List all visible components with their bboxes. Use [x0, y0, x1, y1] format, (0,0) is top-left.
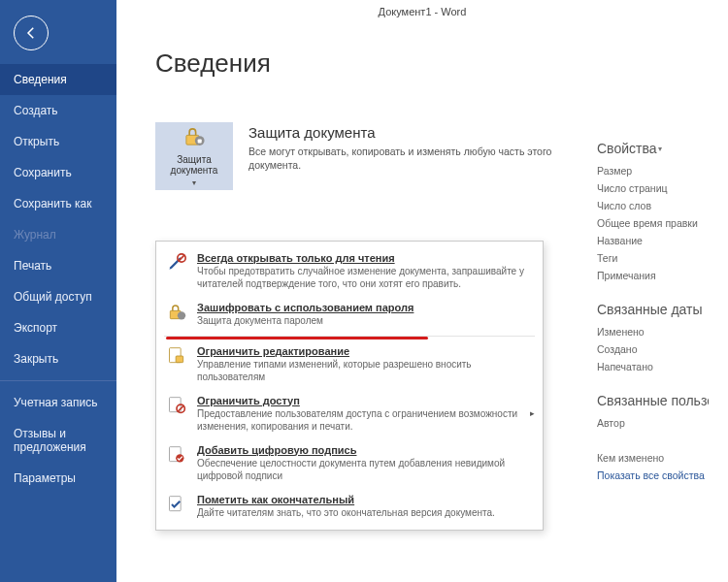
- dropdown-item-desc: Предоставление пользователям доступа с о…: [197, 407, 531, 433]
- related-dates-heading: Связанные даты: [597, 302, 709, 317]
- dropdown-item-signature[interactable]: Добавить цифровую подписьОбеспечение цел…: [156, 438, 543, 488]
- people-item: Автор: [597, 414, 709, 432]
- readonly-icon: [166, 252, 187, 274]
- property-item: Общее время правки: [597, 214, 709, 232]
- chevron-down-icon: ▾: [658, 145, 662, 153]
- dropdown-item-readonly[interactable]: Всегда открывать только для чтенияЧтобы …: [156, 246, 543, 296]
- dates-list: ИзмененоСозданоНапечатано: [597, 323, 709, 375]
- dropdown-item-desc: Дайте читателям знать, что это окончател…: [197, 506, 531, 519]
- main-area: Документ1 - Word Сведения Защита докумен…: [116, 0, 728, 582]
- restrict-access-icon: [166, 395, 187, 416]
- dropdown-item-desc: Управление типами изменений, которые раз…: [197, 358, 531, 383]
- nav-item[interactable]: Экспорт: [0, 312, 116, 343]
- restrict-edit-icon: [166, 345, 187, 367]
- property-item: Размер: [597, 162, 709, 179]
- svg-rect-8: [176, 356, 183, 363]
- dropdown-item-desc: Чтобы предотвратить случайное изменение …: [197, 265, 531, 290]
- arrow-left-icon: [22, 24, 40, 42]
- nav-footer-item[interactable]: Отзывы и предложения: [0, 418, 116, 463]
- properties-list: РазмерЧисло страницЧисло словОбщее время…: [597, 162, 709, 284]
- nav-item[interactable]: Создать: [0, 95, 116, 126]
- nav-item[interactable]: Общий доступ: [0, 281, 116, 312]
- encrypt-icon: [166, 302, 187, 323]
- dropdown-item-title: Пометить как окончательный: [197, 494, 531, 505]
- dropdown-item-restrict-access[interactable]: Ограничить доступПредоставление пользова…: [156, 389, 543, 438]
- people-list: Автор: [597, 414, 709, 432]
- dropdown-item-title: Ограничить редактирование: [197, 345, 531, 357]
- nav-item[interactable]: Закрыть: [0, 343, 116, 374]
- changed-by-label: Кем изменено: [597, 449, 709, 467]
- svg-rect-14: [170, 496, 182, 510]
- nav-item[interactable]: Печать: [0, 250, 116, 281]
- svg-point-6: [178, 311, 185, 319]
- lock-shield-icon: [182, 124, 207, 151]
- nav-item[interactable]: Сохранить как: [0, 188, 116, 219]
- related-people-heading: Связанные пользователи: [597, 393, 709, 408]
- nav-item[interactable]: Сведения: [0, 64, 116, 95]
- property-item: Число страниц: [597, 179, 709, 197]
- show-all-properties-link[interactable]: Показать все свойства: [597, 467, 709, 484]
- page-title: Сведения: [155, 48, 563, 79]
- backstage-sidebar: СведенияСоздатьОткрытьСохранитьСохранить…: [0, 0, 116, 582]
- date-item: Создано: [597, 340, 709, 358]
- dropdown-item-title: Добавить цифровую подпись: [197, 444, 531, 456]
- property-item: Теги: [597, 249, 709, 267]
- protect-title: Защита документа: [248, 124, 563, 141]
- final-icon: [166, 494, 187, 515]
- nav-footer-item[interactable]: Параметры: [0, 463, 116, 494]
- svg-rect-2: [198, 139, 202, 143]
- chevron-down-icon: ▾: [192, 178, 196, 187]
- annotation-red-underline: [166, 337, 428, 340]
- date-item: Напечатано: [597, 358, 709, 375]
- nav-item: Журнал: [0, 219, 116, 250]
- dropdown-item-title: Ограничить доступ: [197, 395, 531, 406]
- dropdown-item-restrict-edit[interactable]: Ограничить редактированиеУправление типа…: [156, 340, 543, 389]
- dropdown-item-encrypt[interactable]: Зашифровать с использованием пароляЗащит…: [156, 296, 543, 333]
- window-title: Документ1 - Word: [116, 0, 728, 19]
- protect-desc: Все могут открывать, копировать и изменя…: [248, 145, 563, 172]
- protect-dropdown: Всегда открывать только для чтенияЧтобы …: [155, 241, 544, 531]
- date-item: Изменено: [597, 323, 709, 340]
- nav-separator: [0, 380, 116, 381]
- nav-item[interactable]: Открыть: [0, 126, 116, 157]
- signature-icon: [166, 444, 187, 466]
- dropdown-item-title: Зашифровать с использованием пароля: [197, 302, 531, 313]
- protect-button-label: Защита документа: [159, 154, 229, 176]
- nav-item[interactable]: Сохранить: [0, 157, 116, 188]
- property-item: Число слов: [597, 197, 709, 214]
- property-item: Название: [597, 232, 709, 249]
- dropdown-item-desc: Защита документа паролем: [197, 314, 531, 327]
- property-item: Примечания: [597, 267, 709, 284]
- dropdown-item-desc: Обеспечение целостности документа путем …: [197, 457, 531, 482]
- chevron-right-icon: ▸: [530, 408, 535, 418]
- back-button[interactable]: [14, 16, 49, 50]
- dropdown-item-final[interactable]: Пометить как окончательныйДайте читателя…: [156, 488, 543, 525]
- dropdown-item-title: Всегда открывать только для чтения: [197, 252, 531, 264]
- nav-footer-item[interactable]: Учетная запись: [0, 387, 116, 418]
- properties-heading[interactable]: Свойства▾: [597, 141, 709, 156]
- protect-document-button[interactable]: Защита документа ▾: [155, 122, 233, 190]
